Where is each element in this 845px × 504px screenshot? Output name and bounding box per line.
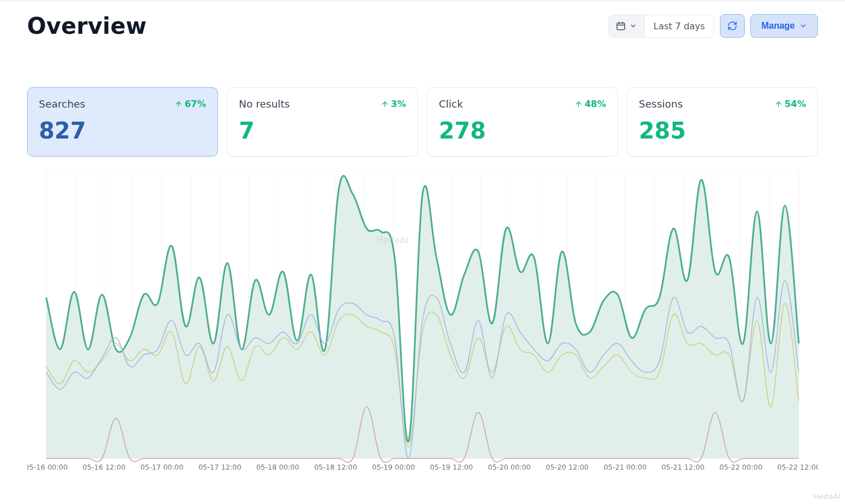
stat-value: 7 <box>239 118 406 144</box>
stat-delta-value: 67% <box>185 99 206 109</box>
stat-value: 285 <box>639 118 806 144</box>
svg-rect-0 <box>617 23 625 30</box>
page-title: Overview <box>27 13 146 39</box>
stat-card-click[interactable]: Click48%278 <box>427 87 618 157</box>
manage-button[interactable]: Manage <box>750 14 818 38</box>
x-tick-label: 05-22 00:00 <box>719 463 762 471</box>
refresh-button[interactable] <box>720 14 745 38</box>
page-header: Overview Last 7 days <box>27 2 818 39</box>
stat-cards: Searches67%827No results3%7Click48%278Se… <box>27 87 818 157</box>
date-range-picker[interactable]: Last 7 days <box>608 15 714 38</box>
x-tick-label: 05-16 00:00 <box>27 463 68 471</box>
stat-card-noresults[interactable]: No results3%7 <box>227 87 418 157</box>
calendar-icon <box>616 21 626 31</box>
stat-label: No results <box>239 98 290 110</box>
stat-card-sessions[interactable]: Sessions54%285 <box>627 87 818 157</box>
overview-chart-svg: HedaAI05-16 00:0005-16 12:0005-17 00:000… <box>27 171 818 475</box>
x-tick-label: 05-18 00:00 <box>256 463 299 471</box>
arrow-up-icon <box>381 100 389 108</box>
stat-delta: 54% <box>775 99 806 109</box>
stat-label: Searches <box>39 98 85 110</box>
header-actions: Last 7 days Manage <box>608 14 818 38</box>
overview-chart: HedaAI05-16 00:0005-16 12:0005-17 00:000… <box>27 171 818 478</box>
x-tick-label: 05-19 12:00 <box>430 463 473 471</box>
arrow-up-icon <box>775 100 782 108</box>
manage-button-label: Manage <box>761 21 795 31</box>
x-tick-label: 05-20 12:00 <box>546 463 589 471</box>
stat-delta: 3% <box>381 99 406 109</box>
x-tick-label: 05-17 12:00 <box>198 463 241 471</box>
chevron-down-icon <box>799 22 807 30</box>
stat-delta: 48% <box>575 99 606 109</box>
date-range-label[interactable]: Last 7 days <box>644 15 714 37</box>
x-tick-label: 05-21 00:00 <box>604 463 647 471</box>
x-tick-label: 05-22 12:00 <box>777 463 818 471</box>
stat-delta-value: 54% <box>785 99 806 109</box>
chart-watermark: HedaAI <box>376 235 409 246</box>
x-tick-label: 05-18 12:00 <box>314 463 357 471</box>
chevron-down-icon <box>629 22 637 30</box>
date-range-calendar-button[interactable] <box>609 15 644 37</box>
stat-value: 278 <box>439 118 606 144</box>
stat-value: 827 <box>39 118 206 144</box>
stat-label: Click <box>439 98 463 110</box>
x-tick-label: 05-21 12:00 <box>661 463 704 471</box>
stat-delta-value: 48% <box>585 99 606 109</box>
brand-watermark: HedaAI <box>813 492 840 501</box>
arrow-up-icon <box>175 100 183 108</box>
x-tick-label: 05-16 12:00 <box>83 463 126 471</box>
x-tick-label: 05-17 00:00 <box>140 463 183 471</box>
stat-delta: 67% <box>175 99 206 109</box>
x-tick-label: 05-20 00:00 <box>488 463 531 471</box>
x-tick-label: 05-19 00:00 <box>372 463 415 471</box>
refresh-icon <box>727 21 737 31</box>
stat-label: Sessions <box>639 98 683 110</box>
stat-delta-value: 3% <box>391 99 406 109</box>
stat-card-searches[interactable]: Searches67%827 <box>27 87 218 157</box>
arrow-up-icon <box>575 100 582 108</box>
